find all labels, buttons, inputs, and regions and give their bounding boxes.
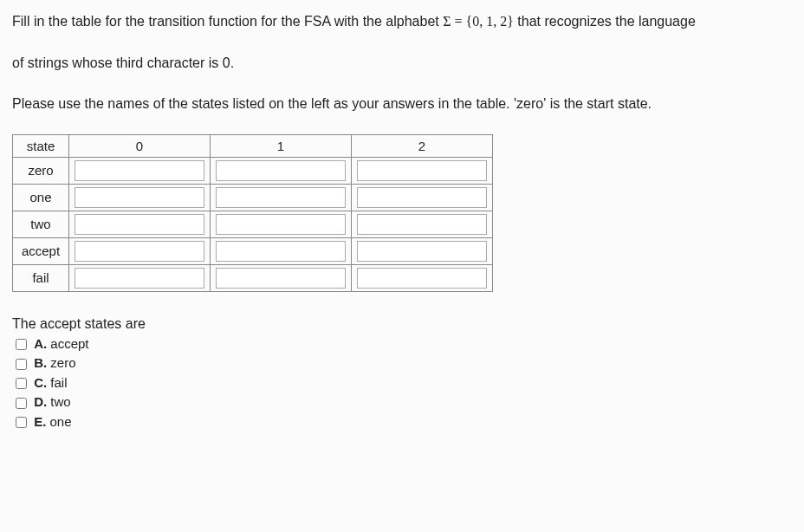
cell-zero-1[interactable] xyxy=(216,160,346,181)
option-letter: C. xyxy=(34,375,47,390)
header-state: state xyxy=(13,134,69,157)
checkbox-b[interactable] xyxy=(16,359,27,370)
row-label-fail: fail xyxy=(13,264,69,291)
row-label-one: one xyxy=(13,184,69,211)
option-text: two xyxy=(50,394,70,409)
cell-fail-2[interactable] xyxy=(357,268,487,289)
cell-one-0[interactable] xyxy=(75,187,204,208)
cell-two-1[interactable] xyxy=(216,214,346,235)
table-row: accept xyxy=(13,237,493,264)
header-col-0: 0 xyxy=(69,134,211,157)
option-letter: A. xyxy=(34,336,47,351)
cell-fail-0[interactable] xyxy=(75,268,204,289)
prompt-text-1b: that recognizes the language xyxy=(517,14,695,29)
cell-accept-1[interactable] xyxy=(216,241,346,262)
row-label-accept: accept xyxy=(13,237,69,264)
option-letter: B. xyxy=(34,355,47,370)
option-letter: D. xyxy=(34,394,47,409)
prompt-line-2: of strings whose third character is 0. xyxy=(12,52,792,75)
header-col-1: 1 xyxy=(211,134,352,157)
table-row: fail xyxy=(13,264,493,291)
option-text: one xyxy=(50,414,72,429)
prompt-text-1a: Fill in the table for the transition fun… xyxy=(12,14,443,29)
option-text: zero xyxy=(50,355,75,370)
table-row: two xyxy=(13,211,493,237)
cell-zero-0[interactable] xyxy=(75,160,204,181)
cell-two-2[interactable] xyxy=(357,214,487,235)
table-header-row: state 0 1 2 xyxy=(13,134,493,157)
option-c[interactable]: C. fail xyxy=(12,373,792,393)
cell-one-2[interactable] xyxy=(357,187,487,208)
transition-table: state 0 1 2 zero one two accept fail xyxy=(12,134,493,292)
row-label-two: two xyxy=(13,211,69,237)
prompt-line-3: Please use the names of the states liste… xyxy=(12,93,792,115)
option-e[interactable]: E. one xyxy=(12,412,792,432)
option-text: accept xyxy=(50,336,88,351)
row-label-zero: zero xyxy=(13,157,69,184)
alphabet-expression: Σ = {0, 1, 2} xyxy=(443,14,514,29)
cell-accept-2[interactable] xyxy=(357,241,487,262)
table-row: one xyxy=(13,184,493,211)
cell-accept-0[interactable] xyxy=(75,241,204,262)
option-a[interactable]: A. accept xyxy=(12,334,792,354)
cell-fail-1[interactable] xyxy=(216,268,346,289)
table-row: zero xyxy=(13,157,493,184)
prompt-line-1: Fill in the table for the transition fun… xyxy=(12,10,792,33)
option-letter: E. xyxy=(34,414,46,429)
accept-states-question: The accept states are A. accept B. zero … xyxy=(12,316,792,432)
option-d[interactable]: D. two xyxy=(12,393,792,412)
cell-zero-2[interactable] xyxy=(357,160,487,181)
option-text: fail xyxy=(50,375,67,390)
checkbox-c[interactable] xyxy=(16,378,27,389)
accept-question-stem: The accept states are xyxy=(12,316,792,332)
checkbox-e[interactable] xyxy=(16,417,27,428)
checkbox-a[interactable] xyxy=(16,339,27,350)
option-b[interactable]: B. zero xyxy=(12,354,792,373)
header-col-2: 2 xyxy=(352,134,493,157)
cell-two-0[interactable] xyxy=(75,214,204,235)
cell-one-1[interactable] xyxy=(216,187,346,208)
checkbox-d[interactable] xyxy=(16,398,27,409)
